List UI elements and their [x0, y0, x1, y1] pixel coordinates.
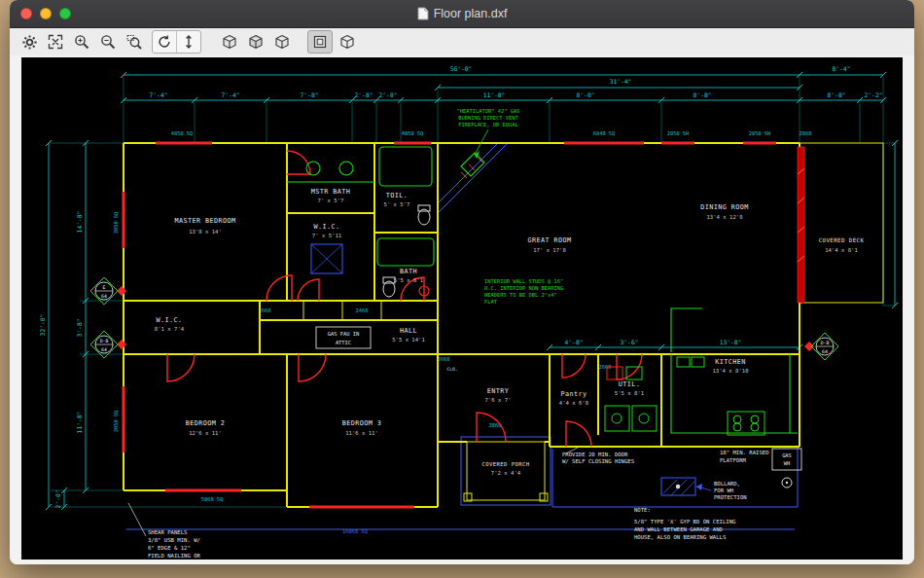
note-platform: 18" MIN. RAISED — [720, 450, 769, 455]
room-dims: 13'4 x 8'10 — [712, 368, 748, 374]
dryer — [632, 406, 657, 431]
zoom-region-button[interactable] — [123, 31, 146, 53]
dim-label: 7'-4" — [150, 91, 168, 98]
bollard-symbol — [676, 485, 680, 488]
note-door20: PROVIDE 20 MIN. DOOR — [562, 452, 628, 457]
pan-vertical-button[interactable] — [176, 31, 200, 53]
marker-bottom: 64 — [822, 349, 828, 354]
callout: 3050 SQ — [113, 411, 119, 433]
marker-bottom: 64 — [101, 294, 107, 299]
zoom-button[interactable] — [59, 8, 71, 19]
zoom-fit-icon — [48, 34, 63, 50]
view-iso-3-button[interactable] — [270, 31, 294, 53]
cube-icon — [339, 34, 355, 50]
document-icon — [417, 7, 429, 20]
room-label: TOIL. — [386, 192, 408, 199]
room-dims: 7' x 5'7 — [318, 198, 344, 203]
marker-top: D-B — [821, 341, 830, 345]
room-label: BEDROOM 3 — [342, 419, 381, 427]
drawing-canvas[interactable]: 56'-0" 8'-4" 31'-4" 7'-4" 7'-4" 7'-8" 2'… — [21, 57, 903, 560]
note-heatilator: BURNING DIRECT VENT — [458, 115, 518, 121]
room-label: BEDROOM 2 — [186, 419, 225, 427]
callout: 2050 SH — [749, 130, 771, 136]
callout: 2668 — [438, 356, 450, 362]
callout: 2868 — [800, 130, 812, 136]
close-button[interactable] — [20, 8, 32, 19]
dim-label: 7'-8" — [301, 91, 319, 98]
toolbar — [10, 28, 914, 56]
note-bollard: FOR WH — [714, 488, 733, 493]
marker-top: E — [103, 285, 106, 290]
note-heatilator: "HEATILATOR" 42" GAS — [457, 108, 520, 114]
window-title: Floor plan.dxf — [417, 7, 508, 20]
zoom-fit-button[interactable] — [44, 31, 67, 53]
callout: 6048 SQ — [593, 130, 616, 136]
note-gyp: AND WALL BETWEEN GARAGE AND — [634, 526, 724, 532]
callout: 3050 SQ — [113, 212, 119, 235]
zoom-out-button[interactable] — [96, 31, 120, 53]
kitchen-sink — [692, 357, 704, 367]
room-label: DINING ROOM — [700, 203, 748, 211]
dim-label: 14'-8" — [76, 211, 83, 234]
note-gas-fau: ATTIC — [336, 340, 351, 345]
dim-label: 7'-4" — [222, 91, 240, 98]
note-gyp: NOTE: — [634, 507, 651, 513]
view-iso-1-button[interactable] — [218, 31, 241, 53]
orbit-button[interactable] — [153, 31, 176, 53]
dim-label: 8'-8" — [693, 91, 712, 98]
dim-label: 3'-6" — [621, 339, 639, 345]
window-title-text: Floor plan.dxf — [434, 7, 508, 20]
dim-label: 4'-8" — [565, 339, 584, 345]
note-heatilator: FIREPLACE, OR EQUAL — [458, 122, 518, 127]
room-dims: 17' x 17'8 — [533, 247, 566, 253]
note-shear: FIELD NAILING OR — [148, 553, 201, 559]
titlebar[interactable]: Floor plan.dxf — [10, 0, 914, 28]
bathtub — [377, 238, 434, 266]
note-gyp: 5/8" TYPE 'X' GYP BD ON CEILING — [634, 519, 736, 524]
note-shear: 3/8" USB MIN. W/ — [148, 537, 200, 543]
plan-view-icon — [312, 34, 328, 50]
room-label: MSTR BATH — [311, 188, 350, 196]
note-interior-walls: HEADERS TO BE DBL 2"x4" — [484, 292, 557, 298]
note-platform: PLATFORM — [720, 457, 747, 463]
floorplan-svg[interactable]: 56'-0" 8'-4" 31'-4" 7'-4" 7'-4" 7'-8" 2'… — [21, 57, 903, 560]
shower-tub — [379, 147, 432, 186]
pan-vertical-icon — [181, 34, 196, 50]
note-door20: W/ SELF CLOSING HINGES — [562, 458, 634, 464]
room-dims: 13'8 x 14' — [189, 229, 222, 235]
note-interior-walls: FLAT — [484, 299, 498, 305]
callout: 4050 SQ — [402, 130, 424, 136]
dim-label: 2'-2" — [865, 91, 883, 98]
callout: 4050 SQ — [171, 130, 194, 136]
dim-label: 8'-4" — [833, 65, 851, 72]
callout: 2050 SH — [667, 130, 690, 136]
minimize-button[interactable] — [40, 8, 52, 19]
room-dims: 14'4 x 8'1 — [825, 247, 858, 253]
dim-label: 2'-8" — [379, 91, 398, 98]
walls-layer — [124, 143, 883, 507]
room-dims: 5'5 x 8'1 — [615, 390, 644, 396]
stove — [728, 412, 764, 435]
dim-label: 56'-0" — [450, 65, 473, 72]
note-gas-fau: GAS FAU IN — [328, 331, 359, 337]
room-label: HALL — [400, 327, 417, 335]
room-dims: 13'4 x 12'8 — [706, 214, 743, 220]
view-iso-4-button[interactable] — [336, 31, 359, 53]
washer — [605, 406, 629, 431]
dim-label: 13'-8" — [720, 339, 742, 345]
kitchen-sink — [677, 357, 690, 367]
room-dims: 5'5 x 14'1 — [392, 337, 425, 343]
note-gas-wh: WH — [784, 460, 791, 466]
zoom-in-button[interactable] — [70, 31, 93, 53]
gear-icon — [21, 34, 38, 51]
callout: 16068 SQ — [342, 528, 368, 534]
dim-label: 3'-8" — [76, 319, 83, 338]
dim-label: 2'-0" — [54, 490, 61, 509]
view-plan-button[interactable] — [307, 30, 333, 54]
orbit-rotate-icon — [157, 34, 172, 50]
room-dims: 5' x 5'7 — [384, 201, 410, 207]
view-iso-2-button[interactable] — [244, 31, 267, 53]
callout: 5068 SQ — [201, 496, 224, 502]
settings-button[interactable] — [18, 31, 41, 53]
cube-icon — [222, 34, 237, 50]
